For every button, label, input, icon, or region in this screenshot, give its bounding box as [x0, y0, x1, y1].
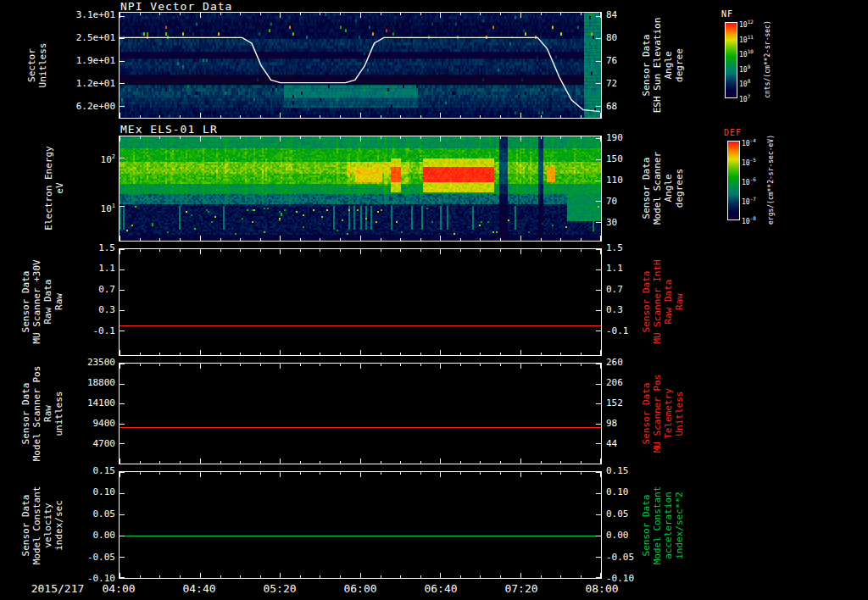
colorbar-tick-label: 10-7: [742, 196, 756, 206]
right-y-tick-label: 0.10: [606, 487, 647, 497]
def-colorbar-units: ergs/(cm**2-sr-sec-eV): [767, 135, 775, 225]
x-tick-label: 04:40: [171, 582, 227, 595]
right-y-tick-label: 80: [606, 33, 647, 43]
acceleration-right-axis-label: Sensor Data Model Constant acceleration …: [641, 486, 685, 565]
mu-scanner-pos-right-axis-label: Sensor Data MU Scanner Pos Telemetry Uni…: [641, 375, 685, 453]
right-y-tick-label: 98: [606, 419, 647, 429]
colorbar-tick-label: 10-5: [742, 157, 756, 167]
npi-spectrogram-panel: [119, 12, 602, 119]
y-tick-label: 0.15: [49, 466, 115, 476]
y-tick-label: 18800: [49, 378, 115, 388]
y-tick-label: 1.9e+01: [49, 56, 115, 66]
y-tick-label: 1.2e+01: [49, 79, 115, 89]
x-tick-label: 05:20: [252, 582, 308, 595]
right-y-tick-label: 0.05: [606, 509, 647, 519]
y-tick-label: 6.2e+00: [49, 102, 115, 112]
y-tick-label: 0.7: [49, 285, 115, 295]
velocity-panel: [119, 471, 602, 579]
npi-right-axis-label: Sensor Data ESH Sun Elevation Angle degr…: [641, 18, 685, 114]
colorbar-tick-label: 108: [739, 78, 750, 88]
right-y-tick-label: 70: [606, 197, 647, 207]
y-tick-label: 0.00: [49, 531, 115, 541]
right-y-tick-label: 44: [606, 439, 647, 449]
y-tick-label: 101: [49, 201, 115, 214]
x-tick-label: 08:00: [574, 582, 630, 595]
right-y-tick-label: 84: [606, 10, 647, 20]
right-y-tick-label: 260: [606, 358, 647, 368]
right-y-tick-label: 110: [606, 175, 647, 186]
els-right-axis-label: Sensor Data Model Scanner Angle degrees: [641, 152, 685, 225]
right-y-tick-label: 190: [606, 133, 647, 143]
mu-scanner-30v-panel: [119, 248, 602, 356]
y-tick-label: 0.10: [49, 487, 115, 497]
y-tick-label: 2.5e+01: [49, 33, 115, 43]
y-tick-label: -0.05: [49, 553, 115, 563]
right-y-tick-label: 206: [606, 378, 647, 388]
plot-window: NPI Vector Data MEx ELS-01 LR Sector Uni…: [0, 0, 868, 600]
right-y-tick-label: -0.1: [606, 326, 647, 336]
right-y-tick-label: 0.00: [606, 531, 647, 541]
right-y-tick-label: -0.05: [606, 553, 647, 563]
els-spectrogram-panel: [119, 136, 602, 242]
right-y-tick-label: 0.7: [606, 285, 647, 295]
colorbar-tick-label: 10-8: [742, 215, 756, 225]
colorbar-tick-label: 1012: [739, 19, 754, 29]
nf-colorbar-units: cnts/(cm**2-sr-sec): [764, 20, 771, 98]
y-tick-label: 14100: [49, 398, 115, 408]
right-y-tick-label: 150: [606, 154, 647, 164]
right-y-tick-label: 1.5: [606, 243, 647, 253]
date-label: 2015/217: [25, 582, 90, 595]
y-tick-label: 3.1e+01: [49, 10, 115, 20]
right-y-tick-label: 72: [606, 79, 647, 89]
y-tick-label: 0.3: [49, 305, 115, 315]
right-y-tick-label: 68: [606, 102, 647, 112]
right-y-tick-label: 76: [606, 56, 647, 66]
mu-scanner-30v-canvas: [120, 249, 601, 355]
npi-panel-title: NPI Vector Data: [120, 0, 232, 13]
colorbar-tick-label: 1011: [739, 34, 754, 44]
nf-colorbar: [725, 22, 737, 98]
y-tick-label: 102: [49, 152, 115, 165]
x-tick-label: 04:00: [91, 582, 147, 595]
y-tick-label: -0.1: [49, 326, 115, 336]
nf-colorbar-title: NF: [721, 9, 733, 19]
right-y-tick-label: 1.1: [606, 264, 647, 274]
npi-y-axis-label: Sector Unitless: [26, 43, 48, 88]
y-tick-label: 1.1: [49, 264, 115, 274]
x-tick-label: 06:40: [413, 582, 469, 595]
els-heatmap-canvas: [120, 136, 601, 241]
colorbar-tick-label: 109: [739, 64, 750, 74]
x-tick-label: 06:00: [332, 582, 388, 595]
right-y-tick-label: 0.15: [606, 466, 647, 476]
colorbar-tick-label: 10-4: [742, 137, 756, 147]
right-y-tick-label: 152: [606, 398, 647, 408]
right-y-tick-label: 0.3: [606, 305, 647, 315]
colorbar-tick-label: 10-6: [742, 176, 756, 186]
right-y-tick-label: 30: [606, 218, 647, 228]
colorbar-tick-label: 1010: [739, 48, 754, 58]
y-tick-label: 1.5: [49, 243, 115, 253]
y-tick-label: 4700: [49, 439, 115, 449]
y-tick-label: 23500: [49, 358, 115, 368]
x-tick-label: 07:20: [493, 582, 549, 595]
colorbar-tick-label: 107: [739, 93, 750, 103]
def-colorbar: [727, 141, 740, 220]
velocity-canvas: [120, 472, 601, 578]
def-colorbar-title: DEF: [724, 128, 742, 137]
scanner-pos-panel: [119, 363, 602, 464]
npi-heatmap-canvas: [120, 13, 601, 118]
y-tick-label: 0.05: [49, 509, 115, 519]
mu-scanner-inth-right-axis-label: Sensor Data MU Scanner IntH Raw Data Raw: [641, 259, 685, 343]
els-panel-title: MEx ELS-01 LR: [120, 123, 218, 136]
scanner-pos-canvas: [120, 364, 601, 464]
y-tick-label: 9400: [49, 419, 115, 429]
